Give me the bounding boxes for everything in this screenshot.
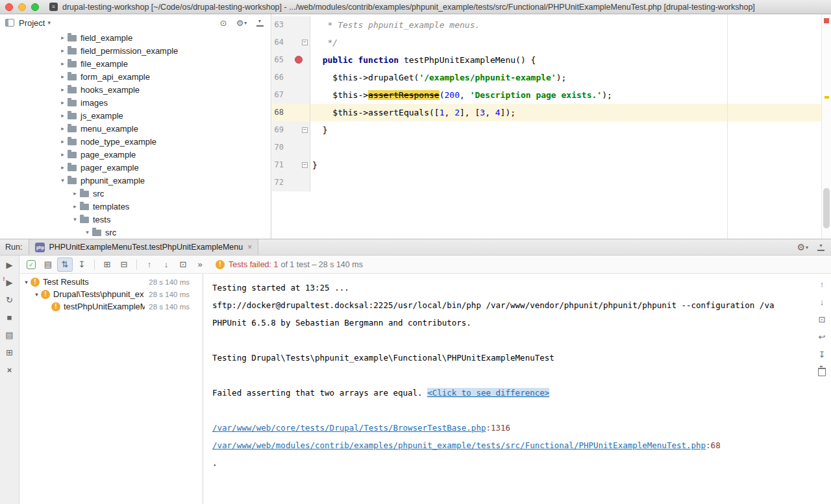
collapse-all-icon[interactable]: ⊟ (116, 258, 132, 272)
navigate-down-icon[interactable]: ↓ (815, 296, 828, 307)
chevron-down-icon[interactable]: ▾ (22, 279, 31, 285)
chevron-right-icon[interactable]: ▸ (71, 190, 79, 197)
chevron-down-icon[interactable]: ▾ (83, 229, 92, 235)
chevron-right-icon[interactable]: ▸ (58, 86, 67, 93)
gutter-line-number[interactable]: 66 (272, 69, 310, 86)
clear-console-icon[interactable] (815, 366, 828, 377)
editor-line[interactable]: 64− */ (272, 34, 821, 51)
chevron-right-icon[interactable]: ▸ (58, 151, 67, 158)
code-text[interactable]: $this->assertResponse(200, 'Description … (310, 86, 821, 104)
tree-item-menu_example[interactable]: ▸menu_example (0, 122, 271, 135)
tree-item-templates[interactable]: ▸templates (0, 200, 271, 213)
tree-item-page_example[interactable]: ▸page_example (0, 148, 271, 161)
more-options-icon[interactable]: » (192, 258, 208, 272)
gutter-line-number[interactable]: 67 (272, 86, 310, 104)
test-tree-item[interactable]: !testPhpUnitExampleM28 s 140 ms (19, 300, 203, 313)
soft-wrap-icon[interactable]: ↩ (815, 331, 828, 342)
close-window-button[interactable] (5, 3, 13, 11)
run-tab[interactable]: php PHPUnitExampleMenuTest.testPhpUnitEx… (29, 239, 258, 255)
rerun-icon[interactable]: ▶ (3, 259, 16, 270)
import-test-results-icon[interactable]: ⊡ (175, 258, 191, 272)
failed-test-gutter-icon[interactable] (295, 56, 303, 64)
chevron-right-icon[interactable]: ▸ (58, 60, 67, 67)
fold-marker-icon[interactable]: − (302, 127, 308, 133)
gutter-line-number[interactable]: 69− (272, 121, 310, 139)
rerun-failed-icon[interactable]: ▶! (3, 277, 16, 287)
close-tab-icon[interactable]: × (247, 243, 252, 252)
tree-item-hooks_example[interactable]: ▸hooks_example (0, 83, 271, 96)
gear-icon[interactable]: ⚙▾ (236, 17, 247, 29)
tree-item-tests[interactable]: ▾tests (0, 213, 271, 226)
sort-alphabetically-icon[interactable]: ⇅ (57, 258, 73, 272)
code-text[interactable] (310, 139, 821, 156)
editor-scrollbar[interactable] (821, 14, 831, 239)
zoom-window-button[interactable] (31, 3, 39, 11)
editor[interactable]: 63 * Tests phpunit_example menus.64− */6… (272, 14, 821, 239)
chevron-right-icon[interactable]: ▸ (58, 164, 67, 171)
gutter-line-number[interactable]: 68 (272, 104, 310, 121)
scroll-to-end-icon[interactable]: ↧ (815, 349, 828, 359)
previous-failed-test-icon[interactable]: ↑ (142, 258, 157, 272)
editor-line[interactable]: 65 public function testPhpUnitExampleMen… (272, 51, 821, 69)
gutter-line-number[interactable]: 65 (272, 51, 310, 69)
tree-item-src[interactable]: ▸src (0, 187, 271, 200)
tree-item-field_permission_example[interactable]: ▸field_permission_example (0, 44, 271, 57)
warning-stripe-mark[interactable] (825, 96, 829, 99)
tree-item-src[interactable]: ▾src (0, 226, 271, 239)
navigate-up-icon[interactable]: ↑ (815, 279, 828, 289)
show-passed-icon[interactable]: ✓ (27, 260, 36, 269)
tree-item-form_api_example[interactable]: ▸form_api_example (0, 70, 271, 83)
chevron-down-icon[interactable]: ▾ (58, 177, 67, 184)
chevron-down-icon[interactable]: ▾ (32, 291, 41, 298)
editor-line[interactable]: 66 $this->drupalGet('/examples/phpunit-e… (272, 69, 821, 86)
tree-item-pager_example[interactable]: ▸pager_example (0, 161, 271, 174)
code-text[interactable]: public function testPhpUnitExampleMenu()… (310, 51, 821, 69)
error-stripe-mark[interactable] (824, 18, 829, 23)
test-tree-item[interactable]: ▾!Drupal\Tests\phpunit_ex28 s 140 ms (19, 288, 203, 300)
test-tree-item[interactable]: ▾!Test Results28 s 140 ms (19, 276, 203, 288)
code-text[interactable]: $this->drupalGet('/examples/phpunit-exam… (310, 69, 821, 86)
chevron-right-icon[interactable]: ▸ (58, 73, 67, 80)
restore-layout-icon[interactable]: ⊞ (3, 347, 16, 357)
tree-item-file_example[interactable]: ▸file_example (0, 57, 271, 70)
file-link[interactable]: /var/www/web/core/tests/Drupal/Tests/Bro… (212, 423, 486, 433)
gutter-line-number[interactable]: 64− (272, 34, 310, 51)
hide-panel-icon[interactable] (817, 244, 825, 251)
code-text[interactable]: * Tests phpunit_example menus. (310, 16, 821, 34)
expand-all-icon[interactable]: ⊞ (99, 258, 115, 272)
editor-line[interactable]: 72 (272, 174, 821, 191)
locate-icon[interactable]: ⊙ (217, 17, 229, 29)
fold-marker-icon[interactable]: − (302, 40, 308, 45)
chevron-down-icon[interactable]: ▾ (47, 19, 51, 26)
file-link[interactable]: /var/www/web/modules/contrib/examples/ph… (212, 440, 706, 450)
code-text[interactable]: } (310, 121, 821, 139)
code-text[interactable] (310, 174, 821, 191)
see-difference-link[interactable]: <Click to see difference> (427, 388, 549, 398)
export-console-icon[interactable]: ⊡ (815, 314, 828, 324)
editor-line[interactable]: 67 $this->assertResponse(200, 'Descripti… (272, 86, 821, 104)
tree-item-field_example[interactable]: ▸field_example (0, 31, 271, 44)
code-text[interactable]: $this->assertEquals([1, 2], [3, 4]); (310, 104, 821, 121)
editor-line[interactable]: 63 * Tests phpunit_example menus. (272, 16, 821, 34)
scrollbar-thumb[interactable] (823, 188, 830, 228)
chevron-right-icon[interactable]: ▸ (58, 138, 67, 145)
chevron-right-icon[interactable]: ▸ (58, 47, 67, 54)
project-panel-title[interactable]: Project (19, 18, 45, 28)
chevron-down-icon[interactable]: ▾ (71, 216, 79, 222)
close-run-icon[interactable]: × (3, 365, 16, 375)
gutter-line-number[interactable]: 70 (272, 139, 310, 156)
show-output-icon[interactable]: ▤ (40, 258, 56, 272)
chevron-right-icon[interactable]: ▸ (58, 112, 67, 119)
gear-icon[interactable]: ⚙▾ (797, 242, 808, 252)
chevron-right-icon[interactable]: ▸ (71, 203, 79, 210)
console-output[interactable]: Testing started at 13:25 ...sftp://docke… (204, 274, 813, 504)
editor-line[interactable]: 69− } (272, 121, 821, 139)
gutter-line-number[interactable]: 63 (272, 16, 310, 34)
test-history-icon[interactable]: ▤ (3, 330, 16, 340)
editor-line[interactable]: 68 $this->assertEquals([1, 2], [3, 4]); (272, 104, 821, 121)
stop-icon[interactable]: ■ (3, 312, 16, 322)
minimize-window-button[interactable] (18, 3, 26, 11)
tree-item-js_example[interactable]: ▸js_example (0, 109, 271, 122)
code-text[interactable]: */ (310, 34, 821, 51)
code-text[interactable]: } (310, 156, 821, 174)
